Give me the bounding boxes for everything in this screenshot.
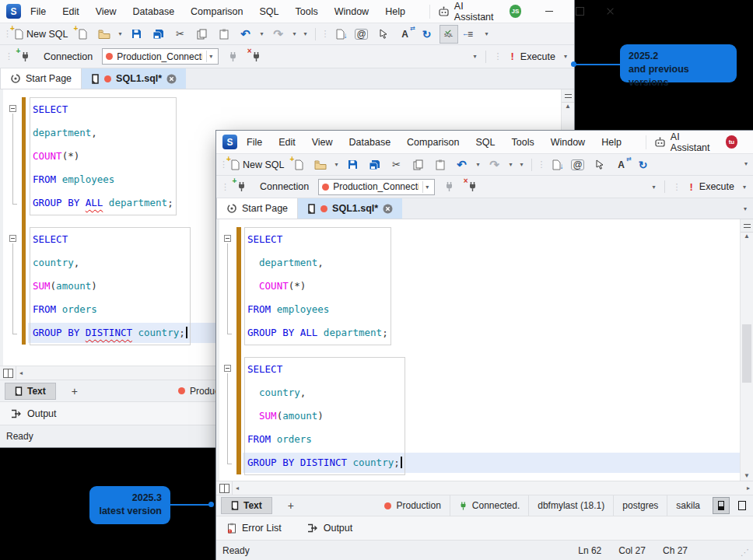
menu-help[interactable]: Help	[601, 137, 622, 148]
front-sql-editor[interactable]: SELECT department, COUNT(*)FROM employee…	[216, 219, 753, 481]
output-pane-tab[interactable]: Output	[11, 408, 57, 419]
new-sql-button[interactable]: + New SQL	[12, 25, 70, 44]
menu-file[interactable]: File	[30, 6, 46, 17]
text-view-tab[interactable]: Text	[5, 383, 56, 400]
redo-button[interactable]: ↷	[485, 156, 504, 174]
maximize-button[interactable]	[564, 0, 594, 23]
execute-dropdown[interactable]: ▾	[741, 184, 748, 191]
status-user[interactable]: postgres	[613, 495, 667, 516]
toolbar-grip[interactable]: ⋮	[219, 159, 226, 170]
undo-button[interactable]: ↶	[236, 25, 255, 44]
fold-marker[interactable]	[224, 235, 231, 242]
paste-button[interactable]	[431, 156, 450, 174]
text-view-tab[interactable]: Text	[221, 497, 272, 514]
tab-close-icon[interactable]	[383, 204, 393, 214]
save-button[interactable]	[344, 156, 362, 174]
execute-button[interactable]: ! Execute	[683, 177, 736, 196]
menu-view[interactable]: View	[312, 137, 333, 148]
connect-button[interactable]	[223, 47, 242, 66]
connection-select[interactable]: Production_Connection ▾	[318, 179, 435, 195]
menu-database[interactable]: Database	[133, 6, 175, 17]
cut-button[interactable]: ✂	[387, 156, 406, 174]
save-all-button[interactable]	[149, 25, 168, 44]
connection-grip[interactable]: ⋮	[221, 182, 227, 192]
toolbar-more-dropdown[interactable]: ▾	[302, 30, 310, 37]
refresh-button[interactable]: ↻	[418, 25, 436, 44]
undo-dropdown[interactable]: ▾	[475, 161, 482, 168]
pointer-select-button[interactable]	[590, 156, 609, 174]
open-file-button[interactable]	[311, 156, 330, 174]
error-list-pane-tab[interactable]: Error List	[227, 523, 282, 534]
status-server[interactable]: dbfmylast (18.1)	[528, 495, 613, 516]
toolbar-overflow-dropdown[interactable]: ▾	[483, 30, 491, 37]
menu-database[interactable]: Database	[349, 137, 391, 148]
document-arrow-button[interactable]: ↓	[331, 25, 349, 44]
close-button[interactable]	[595, 0, 625, 23]
fold-marker[interactable]	[224, 365, 231, 372]
open-dropdown[interactable]: ▾	[117, 30, 124, 37]
tab-start-page[interactable]: Start Page	[216, 198, 298, 219]
disconnect-button[interactable]: ×	[463, 177, 482, 196]
new-file-button[interactable]: +	[73, 25, 92, 44]
fold-marker[interactable]	[9, 235, 16, 242]
menu-tools[interactable]: Tools	[512, 137, 534, 148]
scrollbar-thumb[interactable]	[742, 324, 751, 383]
scroll-up-icon[interactable]: ▲	[741, 233, 753, 240]
cut-button[interactable]: ✂	[171, 25, 190, 44]
tab-close-icon[interactable]	[166, 74, 177, 84]
tabs-overflow-dropdown[interactable]: ▾	[741, 205, 749, 212]
scroll-up-icon[interactable]: ▲	[562, 103, 574, 110]
pointer-select-button[interactable]	[374, 25, 393, 44]
paste-button[interactable]	[215, 25, 233, 44]
scroll-left-icon[interactable]: ◂	[236, 485, 239, 492]
layout-options-button[interactable]: ←≡	[461, 25, 480, 44]
connection-overflow-dropdown[interactable]: ▾	[471, 53, 478, 60]
menu-help[interactable]: Help	[385, 6, 405, 17]
execute-dropdown[interactable]: ▾	[562, 53, 569, 60]
undo-button[interactable]: ↶	[453, 156, 471, 174]
fold-marker[interactable]	[9, 105, 16, 112]
disconnect-button[interactable]: ×	[247, 47, 265, 66]
scroll-left-icon[interactable]: ◂	[19, 369, 23, 376]
open-dropdown[interactable]: ▾	[333, 161, 341, 168]
menu-tools[interactable]: Tools	[296, 6, 318, 17]
menu-view[interactable]: View	[96, 6, 117, 17]
layout-full-pane-button[interactable]	[734, 497, 751, 514]
undo-dropdown[interactable]: ▾	[258, 30, 266, 37]
splitter-grip[interactable]	[562, 89, 574, 103]
refresh-button[interactable]: ↻	[634, 156, 653, 174]
splitter-grip[interactable]	[741, 219, 753, 233]
menu-sql[interactable]: SQL	[475, 137, 495, 148]
new-sql-button[interactable]: + New SQL	[229, 156, 286, 174]
tab-sql1[interactable]: SQL1.sql*	[298, 198, 402, 219]
menu-sql[interactable]: SQL	[259, 6, 278, 17]
pane-splitter-button[interactable]	[0, 366, 16, 380]
document-arrow-button[interactable]: ↓	[547, 156, 566, 174]
at-sign-button[interactable]: @	[569, 156, 587, 174]
tab-sql1[interactable]: SQL1.sql*	[82, 68, 186, 89]
connection-dropdown[interactable]: ▾	[422, 181, 431, 193]
connection-grip[interactable]: ⋮	[5, 51, 11, 61]
copy-button[interactable]	[409, 156, 428, 174]
ai-assistant-label[interactable]: AI Assistant	[454, 1, 502, 23]
toolbar-overflow-dropdown[interactable]: ▾	[742, 160, 750, 167]
connect-button[interactable]	[440, 177, 458, 196]
toolbar-grip[interactable]: ⋮	[321, 29, 327, 39]
ai-assistant-icon[interactable]	[438, 6, 450, 17]
redo-dropdown[interactable]: ▾	[291, 30, 299, 37]
sql-code[interactable]: SELECT department, COUNT(*)FROM employee…	[244, 227, 405, 481]
toolbar-grip[interactable]: ⋮	[3, 29, 9, 39]
add-view-button[interactable]: +	[67, 384, 82, 398]
add-view-button[interactable]: +	[283, 499, 299, 513]
connection-overflow-dropdown[interactable]: ▾	[650, 184, 657, 191]
layout-bottom-pane-button[interactable]	[713, 497, 730, 514]
new-file-button[interactable]: +	[289, 156, 308, 174]
execute-grip[interactable]: ⋮	[672, 182, 678, 192]
ai-assistant-icon[interactable]	[654, 137, 666, 148]
execute-button[interactable]: ! Execute	[504, 47, 557, 66]
copy-button[interactable]	[193, 25, 212, 44]
menu-edit[interactable]: Edit	[62, 6, 79, 17]
output-pane-tab[interactable]: Output	[307, 523, 353, 534]
save-button[interactable]	[128, 25, 146, 44]
status-database[interactable]: sakila	[667, 495, 709, 516]
